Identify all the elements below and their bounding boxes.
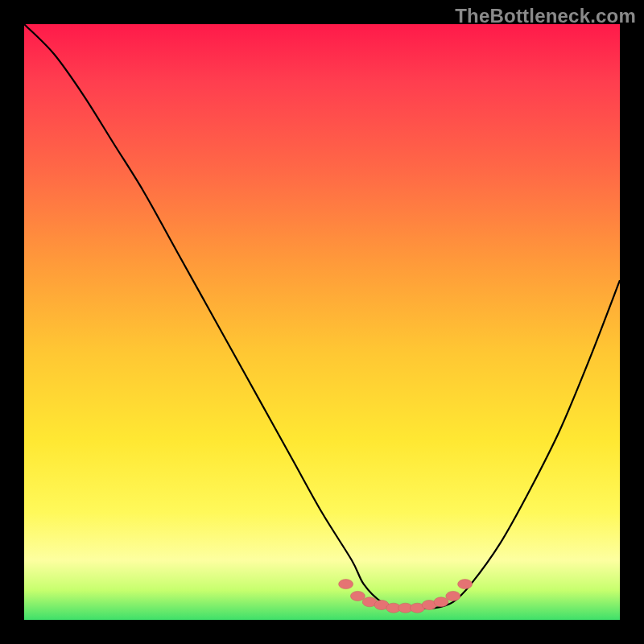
bottleneck-curve [24, 24, 620, 609]
highlight-dot [458, 580, 473, 589]
highlight-dot [350, 591, 365, 601]
highlight-dot [339, 580, 353, 589]
plot-area [24, 24, 620, 620]
curve-layer [24, 24, 620, 620]
highlight-dot [446, 591, 460, 601]
chart-container: TheBottleneck.com [0, 0, 644, 644]
highlight-dot [434, 597, 448, 607]
attribution-label: TheBottleneck.com [455, 5, 636, 27]
marker-group [339, 580, 473, 613]
